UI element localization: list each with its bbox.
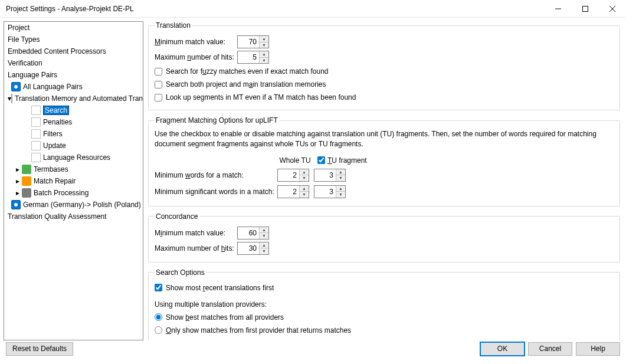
sidebar-item-project[interactable]: Project [4, 22, 143, 34]
globe-icon [11, 200, 21, 209]
label-min-sig: Minimum significant words in a match: [155, 188, 277, 196]
cancel-button[interactable]: Cancel [528, 342, 572, 356]
page-icon [31, 153, 41, 162]
chevron-right-icon: ▸ [14, 165, 22, 173]
radio-best[interactable] [155, 313, 162, 321]
group-concordance: Concordance Minimum match value: ▲▼ Maxi… [148, 212, 620, 263]
label-first: Only show matches from first provider th… [166, 326, 351, 335]
sidebar-item-tm-auto[interactable]: ▾Translation Memory and Automated Transl… [4, 93, 143, 104]
label-using: Using multiple translation providers: [155, 300, 267, 309]
svg-rect-1 [583, 6, 588, 11]
window-title: Project Settings - Analyse-Projekt DE-PL [6, 5, 545, 13]
sidebar-item-language-pairs[interactable]: Language Pairs [4, 69, 143, 81]
spin-up-icon[interactable]: ▲ [260, 227, 268, 234]
checkbox-tu-fragment[interactable] [317, 156, 325, 164]
sidebar-item-file-types[interactable]: File Types [4, 34, 143, 45]
sidebar-item-filters[interactable]: Filters [4, 128, 143, 140]
sidebar-item-update[interactable]: Update [4, 140, 143, 152]
legend-translation: Translation [155, 21, 192, 29]
legend-concordance: Concordance [155, 212, 199, 221]
sidebar-item-lang-res[interactable]: Language Resources [4, 152, 143, 163]
sidebar-item-tqa[interactable]: Translation Quality Assessment [4, 211, 143, 222]
spin-down-icon[interactable]: ▼ [336, 175, 345, 181]
radio-first[interactable] [155, 326, 162, 334]
input-conc-min-match[interactable]: ▲▼ [237, 227, 269, 240]
input-min-words-frag[interactable]: ▲▼ [314, 169, 346, 182]
page-icon [31, 106, 41, 115]
input-min-sig-frag[interactable]: ▲▼ [314, 185, 346, 198]
label-recent: Show most recent translations first [166, 284, 274, 292]
group-translation: Translation Minimum match value: ▲▼ Maxi… [148, 21, 620, 110]
spin-up-icon[interactable]: ▲ [260, 242, 268, 249]
spin-down-icon[interactable]: ▼ [336, 192, 345, 198]
chevron-right-icon: ▸ [14, 177, 22, 185]
minimize-button[interactable] [545, 0, 572, 18]
spin-up-icon[interactable]: ▲ [336, 169, 345, 176]
reset-button[interactable]: Reset to Defaults [6, 342, 73, 356]
label-conc-min-match: Minimum match value: [155, 229, 237, 237]
gear-icon [22, 188, 31, 198]
globe-icon [11, 82, 21, 91]
spin-down-icon[interactable]: ▼ [300, 175, 309, 181]
wrench-icon [22, 176, 31, 186]
spin-down-icon[interactable]: ▼ [260, 233, 268, 239]
checkbox-fuzzy[interactable] [155, 68, 162, 76]
label-best: Show best matches from all providers [166, 313, 284, 322]
main-panel: Translation Minimum match value: ▲▼ Maxi… [143, 21, 622, 340]
sidebar-item-batch[interactable]: ▸Batch Processing [4, 187, 143, 199]
chevron-right-icon: ▸ [14, 189, 22, 197]
sidebar-item-embedded[interactable]: Embedded Content Processors [4, 45, 143, 57]
group-fragment: Fragment Matching Options for upLIFT Use… [148, 116, 620, 206]
spin-up-icon[interactable]: ▲ [300, 169, 309, 176]
input-min-match[interactable]: ▲▼ [237, 35, 269, 48]
footer: Reset to Defaults OK Cancel Help [0, 340, 626, 360]
spin-down-icon[interactable]: ▼ [260, 248, 268, 254]
spin-up-icon[interactable]: ▲ [260, 51, 268, 58]
titlebar: Project Settings - Analyse-Projekt DE-PL [0, 0, 626, 18]
spin-down-icon[interactable]: ▼ [260, 42, 268, 48]
maximize-button[interactable] [572, 0, 599, 18]
group-search-options: Search Options Show most recent translat… [148, 268, 620, 340]
spin-up-icon[interactable]: ▲ [260, 36, 268, 42]
label-fuzzy: Search for fuzzy matches even if exact m… [166, 67, 328, 76]
close-button[interactable] [599, 0, 626, 18]
spin-up-icon[interactable]: ▲ [300, 186, 309, 192]
legend-search-options: Search Options [155, 268, 206, 277]
fragment-desc: Use the checkbox to enable or disable ma… [155, 129, 614, 149]
doc-icon [11, 94, 12, 103]
label-min-match: Minimum match value: [155, 38, 237, 46]
sidebar-item-verification[interactable]: Verification [4, 57, 143, 69]
legend-fragment: Fragment Matching Options for upLIFT [155, 116, 279, 124]
input-conc-max-hits[interactable]: ▲▼ [237, 242, 269, 255]
page-icon [31, 141, 41, 150]
checkbox-both[interactable] [155, 81, 162, 88]
sidebar-item-search[interactable]: Search [4, 104, 143, 116]
termbase-icon [22, 165, 31, 174]
page-icon [31, 129, 41, 139]
spin-down-icon[interactable]: ▼ [260, 58, 268, 64]
spin-down-icon[interactable]: ▼ [300, 192, 309, 198]
sidebar-item-all-language-pairs[interactable]: All Language Pairs [4, 81, 143, 93]
label-both: Search both project and main translation… [166, 80, 326, 88]
sidebar-item-pair-de-pl[interactable]: German (Germany)-> Polish (Poland) [4, 199, 143, 211]
col-tu-fragment: TU fragment [327, 156, 367, 165]
page-icon [31, 117, 41, 127]
input-max-hits[interactable]: ▲▼ [237, 51, 269, 64]
sidebar-tree: Project File Types Embedded Content Proc… [4, 21, 143, 340]
checkbox-recent[interactable] [155, 284, 162, 291]
input-min-words-whole[interactable]: ▲▼ [277, 169, 309, 182]
label-max-hits: Maximum number of hits: [155, 53, 237, 61]
input-min-sig-whole[interactable]: ▲▼ [277, 185, 309, 198]
label-mt: Look up segments in MT even if a TM matc… [166, 93, 356, 101]
spin-up-icon[interactable]: ▲ [336, 186, 345, 192]
col-whole-tu: Whole TU [277, 156, 313, 165]
checkbox-mt[interactable] [155, 94, 162, 101]
sidebar-item-penalties[interactable]: Penalties [4, 116, 143, 128]
ok-button[interactable]: OK [480, 342, 525, 356]
help-button[interactable]: Help [576, 342, 620, 356]
label-conc-max-hits: Maximum number of hits: [155, 244, 237, 252]
sidebar-item-termbases[interactable]: ▸Termbases [4, 163, 143, 175]
sidebar-item-match-repair[interactable]: ▸Match Repair [4, 175, 143, 187]
label-min-words: Minimum words for a match: [155, 171, 277, 179]
